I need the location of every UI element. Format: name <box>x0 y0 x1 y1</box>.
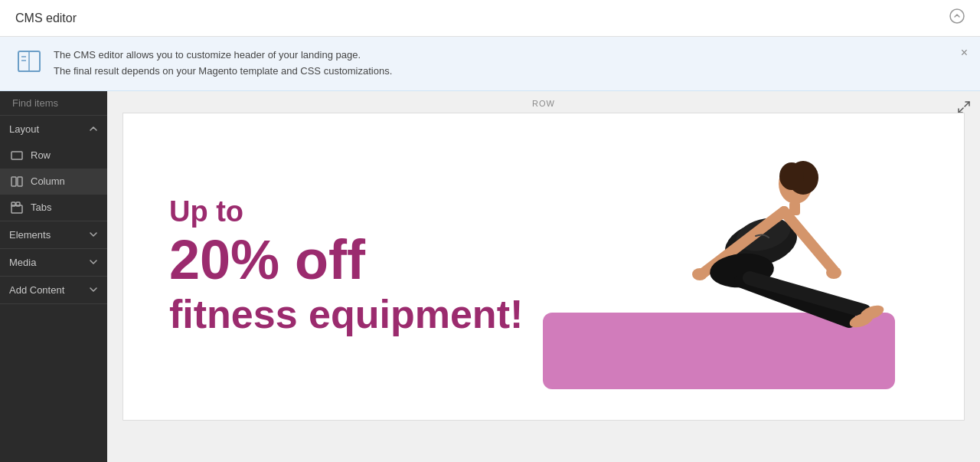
canvas-area: ROW Up to 20% off fitness equipment! <box>107 91 980 462</box>
search-box[interactable] <box>0 91 107 116</box>
svg-rect-10 <box>18 177 22 186</box>
column-icon <box>11 175 23 188</box>
sidebar: Layout Row Column <box>0 91 107 462</box>
svg-rect-13 <box>16 202 20 206</box>
banner-line3: fitness equipment! <box>169 290 544 338</box>
banner-content: Up to 20% off fitness equipment! <box>122 113 965 421</box>
media-section-header[interactable]: Media <box>0 249 107 276</box>
tabs-icon <box>11 202 23 214</box>
chevron-down-icon-media <box>89 257 98 267</box>
collapse-button[interactable] <box>949 8 965 28</box>
add-content-section-header[interactable]: Add Content <box>0 277 107 303</box>
info-banner-text: The CMS editor allows you to customize h… <box>54 48 392 80</box>
banner-image-area <box>544 144 918 389</box>
chevron-down-icon-addcontent <box>89 285 98 294</box>
sidebar-item-column[interactable]: Column <box>0 169 107 195</box>
banner-line2: 20% off <box>169 230 544 290</box>
row-icon <box>11 149 23 162</box>
banner-line1: Up to <box>169 195 544 230</box>
sidebar-section-add-content: Add Content <box>0 277 107 304</box>
banner-text: Up to 20% off fitness equipment! <box>169 195 544 338</box>
chevron-up-icon <box>89 124 98 133</box>
sidebar-item-row[interactable]: Row <box>0 143 107 169</box>
sidebar-section-layout: Layout Row Column <box>0 116 107 221</box>
svg-point-0 <box>950 9 964 23</box>
app-header: CMS editor <box>0 0 980 37</box>
layout-section-header[interactable]: Layout <box>0 116 107 143</box>
info-banner-close-button[interactable]: × <box>961 46 968 60</box>
svg-rect-9 <box>11 177 16 186</box>
row-label: ROW <box>532 99 555 108</box>
row-wrapper: ROW Up to 20% off fitness equipment! <box>122 113 965 421</box>
svg-point-18 <box>779 162 804 190</box>
svg-line-14 <box>965 102 969 106</box>
chevron-down-icon <box>89 230 98 239</box>
sidebar-section-elements: Elements <box>0 221 107 249</box>
app-title: CMS editor <box>15 11 77 25</box>
info-banner: The CMS editor allows you to customize h… <box>0 37 980 91</box>
sidebar-section-media: Media <box>0 249 107 277</box>
svg-rect-8 <box>11 152 22 159</box>
yoga-person-image <box>581 144 887 359</box>
main-area: Layout Row Column <box>0 91 980 462</box>
elements-section-header[interactable]: Elements <box>0 221 107 248</box>
sidebar-item-tabs[interactable]: Tabs <box>0 195 107 221</box>
svg-point-24 <box>826 267 841 279</box>
book-icon <box>15 48 43 75</box>
svg-rect-12 <box>11 202 15 206</box>
svg-point-25 <box>692 268 707 280</box>
